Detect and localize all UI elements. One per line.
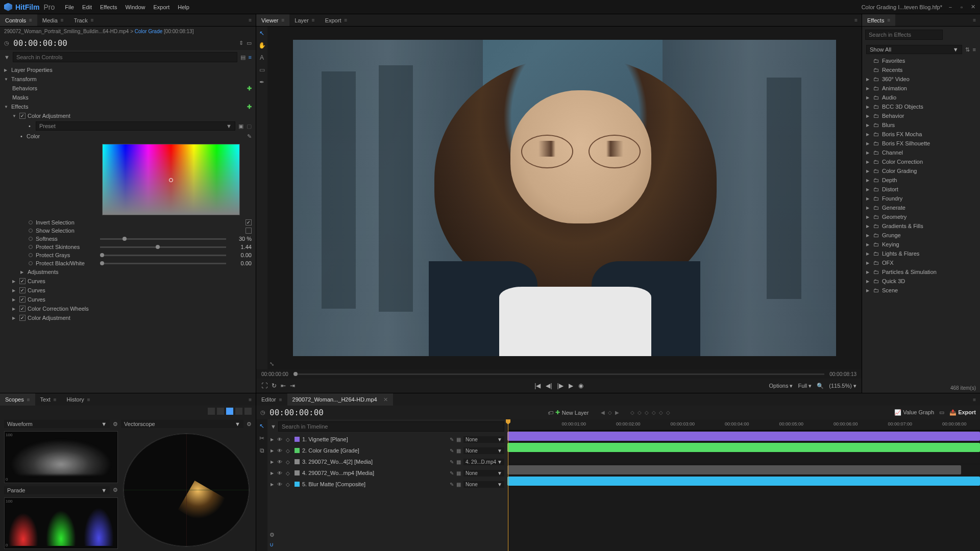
curves-row-1[interactable]: ▶Curves (0, 277, 256, 286)
invert-checkbox[interactable] (246, 219, 252, 226)
effects-filter-select[interactable]: Show All▼ (866, 45, 962, 54)
color-swatch[interactable] (295, 470, 300, 475)
tab-editor[interactable]: Editor≡ (256, 393, 287, 406)
keyframe-toggle[interactable] (29, 229, 33, 233)
keyframe-toggle[interactable] (29, 237, 33, 241)
parade-select[interactable]: Parade▼ (4, 486, 110, 494)
scope-layout-3[interactable] (226, 408, 233, 415)
matte-icon[interactable]: ▦ (456, 448, 461, 454)
grays-slider[interactable] (100, 255, 226, 256)
graph-toggle-icon[interactable]: ▭ (939, 409, 944, 416)
filter-icon[interactable]: ▼ (4, 54, 10, 60)
show-checkbox[interactable] (246, 228, 252, 234)
tab-scopes[interactable]: Scopes≡ (0, 393, 35, 406)
effects-folder[interactable]: 🗀Recents (862, 65, 980, 74)
zoom-dropdown[interactable]: (115.5%) ▾ (829, 383, 856, 389)
close-icon[interactable]: ✕ (970, 4, 976, 10)
tab-export[interactable]: Export≡ (320, 14, 353, 26)
step-back-icon[interactable]: ◀| (546, 382, 552, 389)
blend-mode-select[interactable]: None▼ (463, 436, 504, 443)
effects-folder[interactable]: ▶🗀OFX (862, 258, 980, 267)
effects-folder[interactable]: ▶🗀Quick 3D (862, 277, 980, 286)
quality-dropdown[interactable]: Full ▾ (798, 383, 812, 389)
color-prop-row[interactable]: •Color✎ (0, 132, 256, 141)
timeline-layer-row[interactable]: ▶👁◇3. 290072_Wo...4[2] [Media]✎▦4. 29...… (267, 456, 507, 467)
effects-folder[interactable]: ▶🗀Grunge (862, 231, 980, 240)
skintones-slider[interactable] (100, 246, 226, 248)
lock-icon[interactable]: ◇ (286, 482, 292, 487)
menu-file[interactable]: File (65, 4, 74, 10)
tab-comp[interactable]: 290072_Woman..._H264-HD.mp4✕ (287, 393, 393, 406)
color-swatch[interactable] (295, 482, 300, 487)
lock-icon[interactable]: ◇ (286, 459, 292, 465)
scale-handle-icon[interactable]: ⤡ (270, 361, 274, 367)
pen-tool-icon[interactable]: ✒ (259, 79, 264, 86)
bw-slider[interactable] (100, 263, 226, 264)
fit-icon[interactable]: ⛶ (261, 382, 267, 389)
matte-icon[interactable]: ▦ (456, 470, 461, 476)
track-row[interactable] (507, 442, 980, 453)
prev-key-icon[interactable]: ◀ (601, 410, 605, 415)
blend-mode-select[interactable]: None▼ (463, 447, 504, 454)
select-tool-icon[interactable]: ↖ (259, 30, 264, 37)
tl-snap-tool-icon[interactable]: ⧉ (260, 447, 264, 454)
color-picker-handle[interactable] (169, 178, 173, 182)
color-picker[interactable] (102, 144, 240, 215)
text-tool-icon[interactable]: A (260, 54, 264, 61)
effects-folder[interactable]: ▶🗀BCC 3D Objects (862, 102, 980, 111)
effects-folder[interactable]: ▶🗀Gradients & Fills (862, 221, 980, 231)
menu-export[interactable]: Export (154, 4, 170, 10)
color-swatch[interactable] (295, 448, 300, 453)
blend-mode-select[interactable]: None▼ (463, 470, 504, 477)
gear-icon[interactable]: ⚙ (113, 421, 118, 428)
effects-folder[interactable]: ▶🗀Depth (862, 176, 980, 185)
menu-help[interactable]: Help (178, 4, 189, 10)
menu-window[interactable]: Window (125, 4, 145, 10)
options-dropdown[interactable]: Options ▾ (769, 383, 793, 389)
prev-frame-icon[interactable]: |◀ (534, 382, 541, 389)
preset-select[interactable]: Preset▼ (36, 121, 235, 131)
export-button[interactable]: 📤 Export (949, 409, 976, 416)
eyedropper-icon[interactable]: ✎ (247, 133, 252, 140)
keyframe-toggle[interactable] (29, 220, 33, 224)
curves-row-3[interactable]: ▶Curves (0, 295, 256, 304)
tab-viewer[interactable]: Viewer≡ (256, 14, 289, 26)
menu-edit[interactable]: Edit (82, 4, 92, 10)
effects-folder[interactable]: ▶🗀Boris FX Mocha (862, 130, 980, 139)
tab-effects[interactable]: Effects≡ (862, 14, 895, 26)
waveform-select[interactable]: Waveform▼ (4, 420, 110, 428)
grid-view-icon[interactable]: ≡ (249, 54, 252, 60)
effects-folder[interactable]: ▶🗀Color Grading (862, 166, 980, 176)
snap-icon[interactable]: ▭ (247, 40, 252, 46)
timeline-clip[interactable] (507, 432, 980, 441)
blend-mode-select[interactable]: None▼ (463, 481, 504, 488)
clock-icon[interactable]: ◷ (4, 40, 9, 46)
lock-icon[interactable]: ◇ (286, 448, 292, 454)
timeline-tracks[interactable]: 00:00:01:0000:00:02:0000:00:03:0000:00:0… (507, 419, 980, 551)
key-icon[interactable]: ◇ (608, 410, 612, 415)
visibility-icon[interactable]: 👁 (277, 482, 283, 487)
timeline-layer-row[interactable]: ▶👁◇2. Color Grade [Grade]✎▦None▼ (267, 445, 507, 456)
viewer-canvas[interactable]: ⤡ (267, 27, 862, 369)
keyframe-toggle[interactable] (29, 245, 33, 249)
ccw-row[interactable]: ▶Color Correction Wheels (0, 304, 256, 313)
effects-folder[interactable]: ▶🗀Color Correction (862, 157, 980, 166)
effects-folder[interactable]: ▶🗀Lights & Flares (862, 249, 980, 258)
color-adj-row-2[interactable]: ▶Color Adjustment (0, 313, 256, 322)
key-nav-icon[interactable]: ◇ (630, 410, 634, 415)
effects-folder[interactable]: 🗀Favorites (862, 56, 980, 65)
in-point-icon[interactable]: ⇤ (281, 382, 286, 389)
timeline-clip[interactable] (507, 465, 961, 474)
behaviors-row[interactable]: Behaviors✚ (0, 84, 256, 93)
zoom-icon[interactable]: 🔍 (817, 383, 824, 389)
viewer-menu-icon[interactable]: ≡ (850, 17, 862, 23)
track-row[interactable] (507, 475, 980, 487)
hand-tool-icon[interactable]: ✋ (258, 42, 266, 49)
effects-folder[interactable]: ▶🗀Channel (862, 148, 980, 157)
effects-folder[interactable]: ▶🗀Generate (862, 203, 980, 212)
sort-icon[interactable]: ⇅ (965, 46, 970, 53)
expand-icon[interactable]: ▶ (271, 482, 275, 487)
gear-icon[interactable]: ⚙ (247, 421, 252, 428)
expand-icon[interactable]: ▶ (271, 460, 275, 464)
matte-icon[interactable]: ▦ (456, 482, 461, 487)
